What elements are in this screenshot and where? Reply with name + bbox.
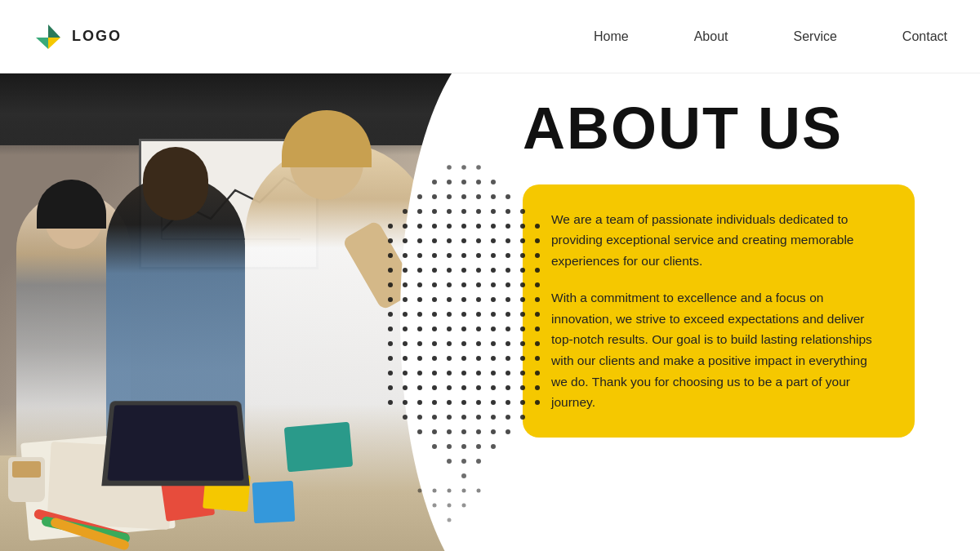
hero-image-container bbox=[0, 73, 506, 551]
svg-marker-0 bbox=[48, 24, 60, 38]
nav-item-about[interactable]: About bbox=[694, 29, 728, 44]
nav-link-contact[interactable]: Contact bbox=[902, 29, 947, 43]
nav-links: Home About Service Contact bbox=[594, 29, 947, 44]
svg-marker-1 bbox=[36, 38, 48, 49]
about-card: We are a team of passionate individuals … bbox=[523, 184, 915, 438]
main-content: ABOUT US We are a team of passionate ind… bbox=[0, 73, 980, 551]
nav-link-home[interactable]: Home bbox=[594, 29, 629, 43]
about-paragraph-2: With a commitment to excellence and a fo… bbox=[551, 287, 886, 412]
nav-item-home[interactable]: Home bbox=[594, 29, 629, 44]
logo-text: LOGO bbox=[72, 28, 122, 45]
svg-marker-2 bbox=[48, 38, 60, 49]
right-content: ABOUT US We are a team of passionate ind… bbox=[474, 73, 980, 551]
navbar: LOGO Home About Service Contact bbox=[0, 0, 980, 73]
nav-item-service[interactable]: Service bbox=[794, 29, 837, 44]
nav-link-service[interactable]: Service bbox=[794, 29, 837, 43]
logo-icon bbox=[33, 21, 64, 52]
logo-area[interactable]: LOGO bbox=[33, 21, 122, 52]
nav-link-about[interactable]: About bbox=[694, 29, 728, 43]
about-paragraph-1: We are a team of passionate individuals … bbox=[551, 209, 886, 272]
nav-item-contact[interactable]: Contact bbox=[902, 29, 947, 44]
about-title: ABOUT US bbox=[523, 98, 947, 160]
